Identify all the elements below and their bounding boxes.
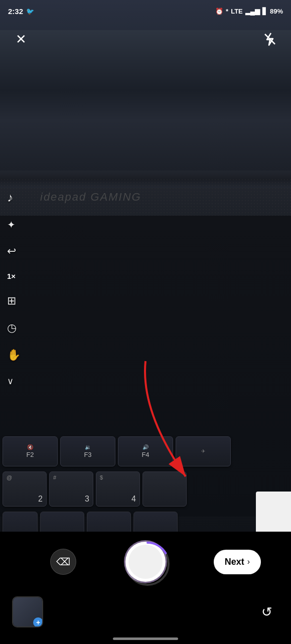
sym-dollar: $ [100,474,103,480]
alarm-icon: ⏰ [215,8,223,15]
key-q: Q [3,512,38,532]
fn-key-row: 🔇 F2 🔉 F3 🔊 F4 ✈ [0,436,291,466]
white-square [256,492,291,532]
key-f5: ✈ [176,436,231,466]
num-2: 2 [38,495,43,504]
f2-icon: 🔇 [27,444,33,450]
speed-label[interactable]: 1× [7,272,21,280]
key-2: @ 2 [3,471,47,507]
f3-icon: 🔉 [85,444,91,450]
key-f2: 🔇 F2 [3,436,58,466]
flash-button[interactable] [259,28,281,50]
next-button[interactable]: Next › [214,550,261,574]
close-icon: ✕ [16,32,27,47]
num-4: 4 [131,495,136,504]
f4-label: F4 [141,451,149,458]
gallery-row: + ↺ [0,592,291,632]
next-chevron-icon: › [247,557,250,566]
capture-row: ⌫ Next › [0,532,291,592]
status-left: 2:32 🐦 [8,7,34,16]
left-controls: ♪ ✦ ↩ 1× ⊞ ◷ ✋ ∨ [7,191,21,387]
bluetooth-icon: * [226,8,228,15]
flash-icon [263,32,277,46]
touch-icon[interactable]: ✋ [7,349,21,362]
key-w: W [40,512,84,532]
music-icon[interactable]: ♪ [7,191,21,205]
key-e: E [87,512,131,532]
timer-icon[interactable]: ◷ [7,321,21,335]
gallery-thumbnail[interactable]: + [12,596,43,627]
key-f4: 🔊 F4 [118,436,173,466]
keyboard-area: 🔇 F2 🔉 F3 🔊 F4 ✈ @ 2 # [0,216,291,517]
signal-icon: ▂▄▆ [245,8,260,15]
key-3: # 3 [49,471,93,507]
flip-camera-button[interactable]: ↺ [255,600,279,624]
status-right: ⏰ * LTE ▂▄▆ ▋ 89% [215,8,283,15]
battery-pct: 89% [270,8,283,15]
laptop-body [0,30,291,181]
lte-icon: LTE [231,8,243,15]
f3-label: F3 [84,451,91,458]
num-key-row: @ 2 # 3 $ 4 [0,471,291,507]
bottom-bar: ⌫ Next › + ↺ [0,532,291,644]
f5-icon: ✈ [201,448,205,454]
close-button[interactable]: ✕ [10,28,32,50]
key-f3: 🔉 F3 [60,436,115,466]
key-5 [142,471,187,507]
sym-hash: # [53,474,56,480]
home-indicator [113,637,178,640]
battery-icon: ▋ [262,8,267,15]
key-r [133,512,178,532]
status-time: 2:32 [8,7,23,16]
f2-label: F2 [26,451,34,458]
next-label: Next [225,557,244,567]
key-4: $ 4 [96,471,140,507]
layout-icon[interactable]: ⊞ [7,294,21,307]
camera-view: ideapad GAMING 🔇 F2 🔉 F3 🔊 F4 ✈ [0,0,291,532]
twitter-icon: 🐦 [26,8,34,15]
delete-button[interactable]: ⌫ [50,549,76,575]
more-icon[interactable]: ∨ [7,376,21,387]
shutter-button[interactable] [125,542,166,582]
effects-icon[interactable]: ✦ [7,219,21,231]
bot-key-row: Q W E [0,512,291,532]
delete-icon: ⌫ [56,556,70,568]
num-3: 3 [85,495,89,504]
gallery-plus-icon: + [33,617,43,627]
shutter-progress [125,541,170,586]
sym-at: @ [7,474,12,480]
status-bar: 2:32 🐦 ⏰ * LTE ▂▄▆ ▋ 89% [0,0,291,22]
flip-icon: ↺ [261,604,272,620]
f4-icon: 🔊 [142,444,149,450]
revert-icon[interactable]: ↩ [7,245,21,258]
